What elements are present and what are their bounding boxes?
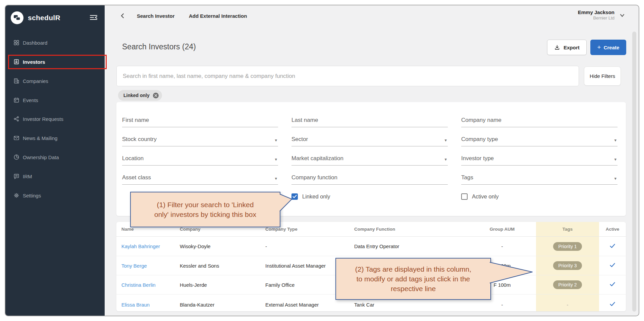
table-row[interactable]: Kaylah Bahringer Wisoky-Doyle - Data Ent… — [116, 237, 626, 256]
sidebar-item-companies[interactable]: Companies — [5, 74, 105, 88]
dropdown-caret-icon[interactable]: ▾ — [275, 157, 277, 162]
filter-company-name[interactable]: Company name — [461, 108, 618, 127]
cell-company: Huels-Jerde — [174, 282, 260, 288]
filter-location[interactable]: Location▾ — [122, 146, 278, 166]
chip-label: Linked only — [123, 93, 150, 98]
pie-chart-icon — [13, 154, 19, 160]
download-icon — [554, 44, 560, 50]
sidebar-item-dashboard[interactable]: Dashboard — [5, 35, 105, 50]
investor-name-link[interactable]: Tony Berge — [121, 263, 147, 269]
building-icon — [13, 78, 19, 84]
column-header-active[interactable]: Active — [599, 227, 626, 232]
search-input[interactable] — [116, 66, 579, 86]
dropdown-caret-icon[interactable]: ▾ — [275, 138, 277, 143]
user-name: Emmy Jackson — [578, 9, 614, 15]
dropdown-caret-icon[interactable]: ▾ — [614, 138, 616, 143]
sidebar-item-label: Companies — [23, 78, 48, 84]
chat-doc-icon — [13, 173, 19, 179]
filter-first-name[interactable]: First name — [122, 108, 278, 127]
user-texts: Emmy Jackson Bernier Ltd — [578, 9, 614, 21]
column-header-group-aum[interactable]: Group AUM — [468, 227, 536, 232]
sidebar-item-label: Investors — [23, 59, 45, 65]
checkbox-unchecked-icon[interactable] — [461, 193, 468, 200]
filter-investor-type[interactable]: Investor type▾ — [461, 146, 618, 166]
sidebar: schedulR Dashboard Investors Companies E… — [5, 5, 105, 316]
cell-company-function: Data Entry Operator — [349, 243, 468, 249]
plus-icon: + — [597, 44, 601, 50]
sidebar-item-label: Dashboard — [23, 40, 47, 46]
dropdown-caret-icon[interactable]: ▾ — [444, 138, 447, 143]
sidebar-item-events[interactable]: Events — [5, 93, 105, 107]
cell-group-aum: - — [468, 302, 536, 308]
sidebar-item-investors[interactable]: Investors — [5, 54, 105, 69]
filter-company-function[interactable]: Company function — [291, 166, 448, 185]
filter-chip-linked-only[interactable]: Linked only — [118, 90, 162, 101]
dropdown-caret-icon[interactable]: ▾ — [614, 157, 616, 162]
investor-name-link[interactable]: Kaylah Bahringer — [121, 243, 160, 249]
share-icon — [13, 116, 19, 122]
checkbox-linked-only[interactable]: Linked only — [291, 193, 330, 200]
chip-remove-icon[interactable] — [153, 92, 159, 99]
sidebar-header: schedulR — [5, 5, 105, 30]
export-button[interactable]: Export — [547, 40, 587, 55]
check-icon — [609, 263, 615, 268]
calendar-icon — [13, 97, 19, 103]
filter-tags[interactable]: Tags▾ — [461, 166, 618, 185]
vertical-scrollbar[interactable] — [632, 32, 636, 312]
back-chevron-icon[interactable] — [119, 11, 127, 20]
column-header-company-type[interactable]: Company Type — [260, 227, 349, 232]
annotation-callout-1-arrow — [280, 192, 293, 213]
sidebar-item-label: Investor Requests — [23, 116, 63, 122]
sidebar-item-label: Settings — [23, 193, 41, 198]
sidebar-item-irm[interactable]: IRM — [5, 169, 105, 184]
tag-pill[interactable]: Priority 1 — [553, 242, 582, 251]
cell-active — [599, 263, 626, 269]
dashboard-grid-icon — [13, 40, 19, 46]
check-icon — [609, 243, 615, 248]
tag-pill[interactable]: Priority 2 — [553, 280, 582, 289]
filter-asset-class[interactable]: Asset class▾ — [122, 166, 278, 185]
user-menu[interactable]: Emmy Jackson Bernier Ltd — [578, 9, 625, 21]
filter-market-capitalization[interactable]: Market capitalization▾ — [291, 146, 448, 166]
cell-company-function: Tank Car — [349, 302, 468, 308]
column-header-company-function[interactable]: Company Function — [349, 227, 468, 232]
filter-sector[interactable]: Sector▾ — [291, 127, 448, 146]
dropdown-caret-icon[interactable]: ▾ — [444, 157, 447, 162]
app-window: schedulR Dashboard Investors Companies E… — [5, 5, 639, 316]
cell-active — [599, 282, 626, 288]
annotation-callout-2-arrow — [490, 259, 534, 287]
filter-company-type[interactable]: Company type▾ — [461, 127, 618, 146]
tab-search-investor[interactable]: Search Investor — [137, 5, 175, 26]
envelope-icon — [13, 135, 19, 141]
filter-last-name[interactable]: Last name — [291, 108, 448, 127]
cell-tags-empty[interactable]: - — [536, 302, 599, 308]
chevron-down-icon — [619, 13, 625, 19]
column-header-tags[interactable]: Tags — [536, 227, 599, 232]
tab-add-external-interaction[interactable]: Add External Interaction — [189, 5, 247, 26]
checkbox-active-only[interactable]: Active only — [461, 193, 499, 200]
sidebar-item-ownership-data[interactable]: Ownership Data — [5, 150, 105, 165]
create-button[interactable]: + Create — [590, 40, 626, 55]
dropdown-caret-icon[interactable]: ▾ — [614, 176, 616, 181]
sidebar-item-investor-requests[interactable]: Investor Requests — [5, 111, 105, 126]
investor-name-link[interactable]: Christina Berlin — [121, 282, 156, 288]
sidebar-item-settings[interactable]: Settings — [5, 188, 105, 203]
column-header-company[interactable]: Company — [174, 227, 260, 232]
filter-stock-country[interactable]: Stock country▾ — [122, 127, 278, 146]
annotation-callout-2: (2) Tags are displayed in this column, t… — [335, 258, 491, 300]
cell-company-type: - — [260, 243, 349, 249]
tag-pill[interactable]: Priority 3 — [553, 261, 582, 270]
create-label: Create — [604, 45, 620, 50]
dropdown-caret-icon[interactable]: ▾ — [275, 176, 277, 181]
cell-company-type: External Asset Manager — [260, 302, 349, 308]
sidebar-item-news-mailing[interactable]: News & Mailing — [5, 131, 105, 145]
cell-company: Blanda-Kautzer — [174, 302, 260, 308]
cell-group-aum: - — [468, 243, 536, 249]
app-title: schedulR — [28, 14, 60, 22]
id-badge-icon — [13, 59, 19, 65]
sidebar-collapse-icon[interactable] — [89, 13, 98, 21]
hide-filters-button[interactable]: Hide Filters — [584, 66, 621, 86]
cell-active — [599, 243, 626, 249]
column-header-name[interactable]: Name — [116, 227, 174, 232]
investor-name-link[interactable]: Elissa Braun — [121, 302, 150, 308]
